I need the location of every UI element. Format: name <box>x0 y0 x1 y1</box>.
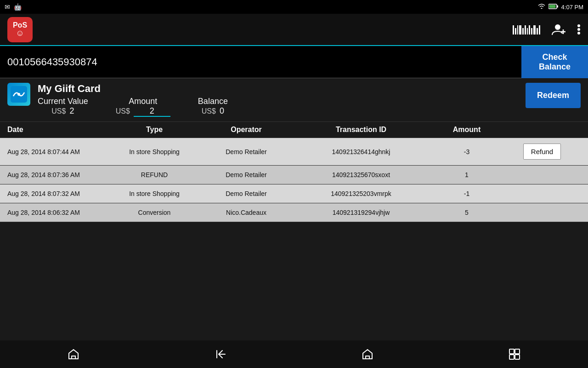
card-number-input[interactable] <box>0 46 521 78</box>
cell-amount: 5 <box>430 209 503 216</box>
transaction-section: Date Type Operator Transaction ID Amount… <box>0 121 588 222</box>
pos-logo: PoS ☺ <box>7 17 33 42</box>
svg-point-7 <box>577 28 580 31</box>
amount-input[interactable] <box>134 106 170 117</box>
svg-rect-13 <box>509 355 514 359</box>
gift-card-info: My Giift Card Current Value US$ 2 Amount… <box>38 83 581 117</box>
barcode-button[interactable] <box>513 24 540 34</box>
header-type: Type <box>108 126 200 134</box>
gmail-icon: ✉ <box>5 3 10 11</box>
table-row: Aug 28, 2014 8:07:32 AM In store Shoppin… <box>0 184 588 203</box>
header-amount: Amount <box>430 126 503 134</box>
app-bar-icons <box>513 22 581 37</box>
cell-type: REFUND <box>108 171 200 178</box>
cell-amount: 1 <box>430 171 503 178</box>
redeem-button[interactable]: Redeem <box>526 83 581 108</box>
status-bar: ✉ 🤖 4:07 PM <box>0 0 588 14</box>
amount-currency: US$ <box>116 107 130 115</box>
cell-operator: Demo Retailer <box>200 171 292 178</box>
amount-group: Amount US$ <box>116 97 170 117</box>
menu-button[interactable] <box>577 24 581 35</box>
gift-card-values: Current Value US$ 2 Amount US$ Balance U… <box>38 97 581 117</box>
nav-back-button[interactable] <box>207 340 234 368</box>
cell-transaction-id: 140921325670sxoxt <box>292 171 430 178</box>
nav-windows-button[interactable] <box>501 340 528 368</box>
current-value-currency: US$ <box>51 107 66 115</box>
header-transaction-id: Transaction ID <box>292 126 430 134</box>
app-bar: PoS ☺ <box>0 14 588 46</box>
current-value-label: Current Value <box>38 97 88 106</box>
cell-date: Aug 28, 2014 8:07:44 AM <box>7 148 108 155</box>
bottom-nav <box>0 340 588 368</box>
balance-currency: US$ <box>202 107 216 115</box>
time-display: 4:07 PM <box>561 4 583 11</box>
cell-type: Conversion <box>108 209 200 216</box>
status-right-icons: 4:07 PM <box>537 3 583 11</box>
check-balance-button[interactable]: Check Balance <box>521 46 588 78</box>
cell-operator: Demo Retailer <box>200 190 292 197</box>
balance-label: Balance <box>198 97 228 106</box>
wifi-icon <box>537 3 546 11</box>
header-action <box>503 126 581 134</box>
card-input-row: Check Balance <box>0 46 588 78</box>
gift-card-title: My Giift Card <box>38 83 581 95</box>
amount-row: US$ <box>116 106 170 117</box>
status-left-icons: ✉ 🤖 <box>5 3 22 11</box>
cell-amount: -1 <box>430 190 503 197</box>
add-user-button[interactable] <box>551 22 566 37</box>
svg-rect-14 <box>515 355 520 359</box>
cell-date: Aug 28, 2014 8:07:32 AM <box>7 190 108 197</box>
android-icon: 🤖 <box>14 3 22 11</box>
svg-rect-11 <box>509 349 514 354</box>
gift-card-section: My Giift Card Current Value US$ 2 Amount… <box>0 78 588 121</box>
cell-type: In store Shopping <box>108 190 200 197</box>
cell-operator: Demo Retailer <box>200 148 292 155</box>
svg-point-3 <box>555 24 560 30</box>
current-value-group: Current Value US$ 2 <box>38 97 88 116</box>
table-row: Aug 28, 2014 8:06:32 AM Conversion Nico.… <box>0 203 588 222</box>
header-date: Date <box>7 126 108 134</box>
table-row: Aug 28, 2014 8:07:44 AM In store Shoppin… <box>0 138 588 166</box>
svg-point-6 <box>577 24 580 27</box>
cell-date: Aug 28, 2014 8:07:36 AM <box>7 171 108 178</box>
table-header: Date Type Operator Transaction ID Amount <box>0 121 588 138</box>
battery-icon <box>548 3 559 11</box>
cell-amount: -3 <box>430 148 503 155</box>
svg-rect-12 <box>515 349 520 354</box>
gift-card-logo <box>7 83 30 106</box>
balance-amount: 0 <box>220 106 224 116</box>
cell-action[interactable]: Refund <box>503 144 581 160</box>
cell-transaction-id: 140921325203vmrpk <box>292 190 430 197</box>
refund-button[interactable]: Refund <box>523 144 561 160</box>
current-value-row: US$ 2 <box>51 106 74 116</box>
svg-rect-2 <box>549 5 555 8</box>
current-value-amount: 2 <box>69 106 74 116</box>
header-operator: Operator <box>200 126 292 134</box>
balance-row: US$ 0 <box>202 106 224 116</box>
nav-desktop-button[interactable] <box>354 340 381 368</box>
table-body: Aug 28, 2014 8:07:44 AM In store Shoppin… <box>0 138 588 222</box>
barcode-icon <box>513 24 540 34</box>
cell-type: In store Shopping <box>108 148 200 155</box>
amount-label: Amount <box>129 97 157 106</box>
svg-point-8 <box>577 32 580 34</box>
balance-group: Balance US$ 0 <box>198 97 228 116</box>
cell-operator: Nico.Cadeaux <box>200 209 292 216</box>
svg-point-10 <box>17 93 20 96</box>
svg-rect-1 <box>557 5 558 7</box>
nav-home-button[interactable] <box>60 340 87 368</box>
table-row: Aug 28, 2014 8:07:36 AM REFUND Demo Reta… <box>0 166 588 184</box>
cell-date: Aug 28, 2014 8:06:32 AM <box>7 209 108 216</box>
cell-transaction-id: 140921319294vjhjw <box>292 209 430 216</box>
cell-transaction-id: 140921326414ghnkj <box>292 148 430 155</box>
